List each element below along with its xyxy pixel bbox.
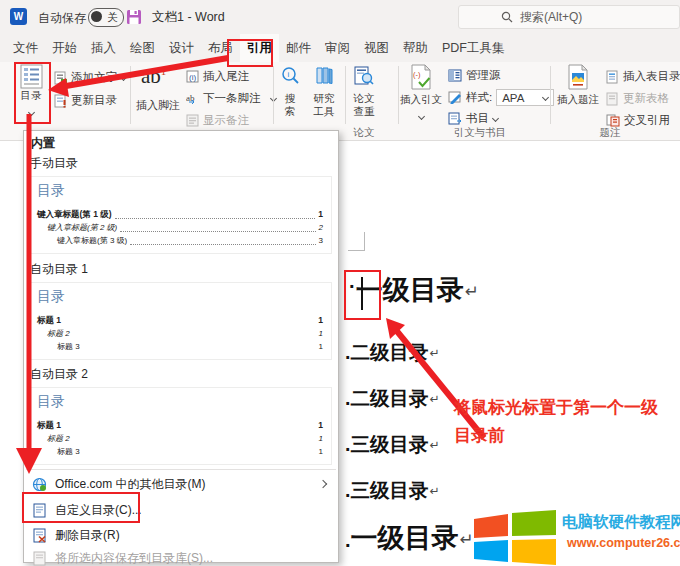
show-notes-button[interactable]: 显示备注 [186,113,249,128]
researcher-label-2: 工具 [308,105,340,118]
preview-toc-row: 标题 31 [37,340,323,353]
menu-item-save-selection-to-gallery[interactable]: 将所选内容保存到目录库(S)... [24,546,338,566]
annotation-box-references-tab [227,39,273,67]
preview-toc-row: 标题 21 [37,327,323,340]
preview-toc-title: 目录 [37,182,323,200]
chevron-down-icon [417,113,424,120]
style-select[interactable]: APA [496,89,554,106]
add-text-button[interactable]: 添加文字 [54,70,126,85]
autosave-label: 自动保存 [38,10,86,27]
researcher-button[interactable]: 研究 工具 [308,66,340,118]
update-toc-label: 更新目录 [71,93,117,108]
heading-level2-line[interactable]: .二级目录↵ [345,339,440,366]
next-footnote-button[interactable]: ab 下一条脚注 [186,91,276,106]
group-label-captions: 题注 [585,126,635,140]
tab-view[interactable]: 视图 [357,34,396,62]
insert-table-of-figures-label: 插入表目录 [623,69,680,84]
next-footnote-icon: ab [186,92,199,105]
arrowhead-icon [386,318,405,339]
svg-text:(-): (-) [413,70,421,79]
gallery-label-auto-toc-1: 自动目录 1 [30,261,88,278]
insert-table-of-figures-icon [606,70,619,84]
manage-sources-button[interactable]: 管理源 [448,68,501,83]
ribbon-separator [130,66,131,124]
remove-toc-icon [32,528,47,543]
paper-check-label-2: 查重 [348,105,380,118]
search-icon [501,11,513,23]
window-flag-icon [472,509,558,566]
paper-check-button[interactable]: 论文 查重 [348,66,380,118]
annotation-callout: 将鼠标光标置于第一个一级 目录前 [454,394,680,449]
tab-pdf-tools[interactable]: PDF工具集 [435,34,512,62]
style-icon [448,91,462,104]
heading-text: 三级目录 [350,479,428,501]
preview-toc-row: 键入章标题(第 3 级)3 [37,234,323,247]
bibliography-button[interactable]: 书目 [448,111,498,126]
insert-citation-icon: (-) [409,64,433,90]
update-toc-icon [54,94,67,108]
menu-item-remove-toc[interactable]: 删除目录(R) [24,523,338,547]
tab-help[interactable]: 帮助 [396,34,435,62]
chevron-down-icon [120,74,127,81]
ribbon-tab-bar: 文件 开始 插入 绘图 设计 布局 引用 邮件 审阅 视图 帮助 PDF工具集 [0,34,680,62]
heading-level1-line[interactable]: .一级目录↵ [345,520,474,556]
autosave-toggle[interactable]: 关 [88,8,124,27]
heading-level3-line[interactable]: .三级目录↵ [345,477,440,504]
save-selection-icon [32,551,47,566]
tab-draw[interactable]: 绘图 [123,34,162,62]
preview-toc-row: 标题 11 [37,419,323,432]
watermark-site-url: www.computer26.com [567,536,680,550]
group-label-paper: 论文 [340,126,388,140]
update-table-button[interactable]: 更新表格 [606,91,669,106]
update-table-icon [606,92,619,106]
update-toc-button[interactable]: 更新目录 [54,93,117,108]
callout-line-1: 将鼠标光标置于第一个一级 [454,394,680,422]
show-notes-label: 显示备注 [203,113,249,128]
preview-toc-row: 键入章标题(第 2 级)2 [37,221,323,234]
gallery-item-auto-toc-2[interactable]: 目录 标题 11 标题 21 标题 31 [28,387,332,465]
insert-table-of-figures-button[interactable]: 插入表目录 [606,69,680,84]
tab-insert[interactable]: 插入 [84,34,123,62]
save-button[interactable] [126,9,142,25]
insert-endnote-icon: (i) [186,70,199,83]
insert-citation-button[interactable]: (-) 插入引文 [398,64,444,121]
gallery-item-auto-toc-1[interactable]: 目录 标题 11 标题 21 标题 31 [28,282,332,360]
watermark-site-name: 电脑软硬件教程网 [562,512,680,533]
paragraph-mark: ↵ [429,438,439,452]
insert-endnote-button[interactable]: (i) 插入尾注 [186,69,249,84]
show-notes-icon [186,114,199,127]
smart-lookup-label-2: 索 [278,105,302,118]
ribbon-separator [550,66,551,124]
smart-lookup-button[interactable]: i 搜 索 [278,66,302,118]
paragraph-mark: ↵ [465,282,479,301]
heading-level3-line[interactable]: .三级目录↵ [345,431,440,458]
tab-mailings[interactable]: 邮件 [279,34,318,62]
menu-divider [26,469,336,470]
gallery-item-manual-toc[interactable]: 目录 键入章标题(第 1 级)1 键入章标题(第 2 级)2 键入章标题(第 3… [28,176,332,254]
watermark-logo [472,509,558,566]
heading-level2-line[interactable]: .二级目录↵ [345,385,440,412]
next-footnote-label: 下一条脚注 [203,91,261,106]
document-title: 文档1 - Word [152,9,225,26]
tab-file[interactable]: 文件 [6,34,45,62]
insert-caption-button[interactable]: 插入题注 [554,64,602,107]
insert-footnote-button[interactable]: 插入脚注 [133,98,183,113]
ribbon-separator [273,66,274,124]
search-placeholder: 搜索(Alt+Q) [520,9,582,26]
annotation-box-custom-toc [22,492,140,523]
style-value: APA [502,92,524,104]
tab-design[interactable]: 设计 [162,34,201,62]
paragraph-mark: ↵ [429,392,439,406]
researcher-icon [314,66,334,85]
citation-style-row: 样式: APA [448,89,554,106]
menu-item-label: 删除目录(R) [55,527,120,544]
search-input[interactable]: 搜索(Alt+Q) [458,5,680,29]
insert-footnote-icon: ab1 [141,64,166,89]
bibliography-label: 书目 [466,111,489,126]
svg-text:i: i [287,70,289,79]
smart-lookup-label-1: 搜 [278,92,302,105]
word-logo: W [10,8,27,25]
tab-home[interactable]: 开始 [45,34,84,62]
preview-toc-row: 标题 11 [37,314,323,327]
tab-review[interactable]: 审阅 [318,34,357,62]
